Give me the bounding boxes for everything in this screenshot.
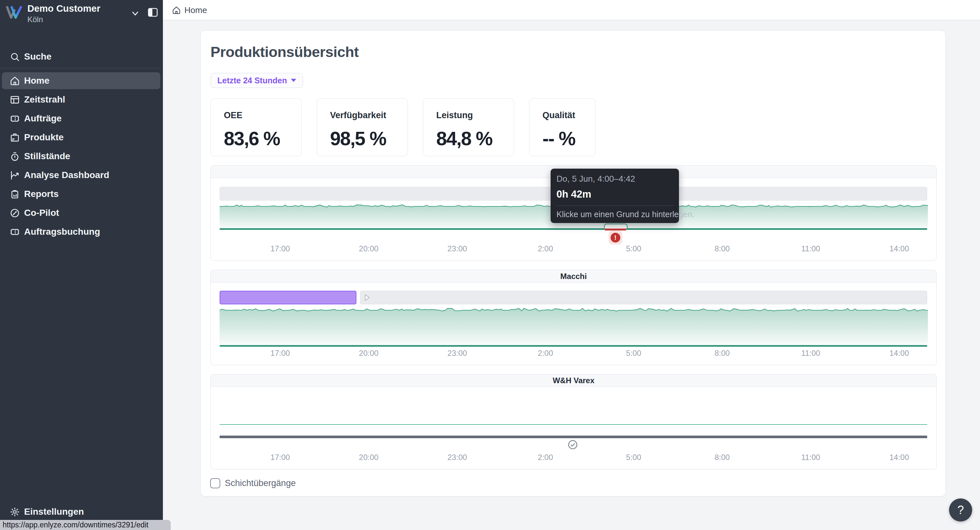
tooltip-time-range: Do, 5 Jun, 4:00–4:42 <box>557 174 673 184</box>
machine-chart-macchi: Macchi 17:0020:0023:002:005:008:0011:001… <box>210 270 937 365</box>
sidebar-item-stillst-nde[interactable]: Stillstände <box>2 148 160 165</box>
org-location: Köln <box>27 15 43 24</box>
kpi-card-oee: OEE 83,6 % <box>210 98 302 156</box>
compass-icon <box>10 208 20 218</box>
search-icon <box>10 52 20 62</box>
machine-name: Macchi <box>560 272 587 281</box>
production-overview-card: Produktionsübersicht Letzte 24 Stunden O… <box>200 30 946 497</box>
ticket-icon <box>10 114 20 124</box>
x-axis-tick: 8:00 <box>714 244 730 253</box>
sidebar-item-analyse-dashboard[interactable]: Analyse Dashboard <box>2 167 160 184</box>
x-axis-tick: 11:00 <box>801 244 820 253</box>
x-axis-tick: 2:00 <box>538 244 553 253</box>
x-axis-tick: 20:00 <box>359 349 379 358</box>
caret-down-icon <box>291 79 296 82</box>
throughput-sparkline <box>220 306 928 347</box>
downtime-error-icon[interactable]: ! <box>609 231 622 244</box>
play-icon <box>362 293 372 302</box>
breadcrumb-home[interactable]: Home <box>172 0 207 20</box>
sidebar-item-einstellungen[interactable]: Einstellungen <box>2 503 160 520</box>
x-axis-tick: 17:00 <box>270 453 290 462</box>
x-axis-tick: 14:00 <box>889 244 909 253</box>
kpi-row: OEE 83,6 % Verfügbarkeit 98,5 % Leistung… <box>210 98 595 156</box>
sidebar-divider <box>0 68 161 68</box>
flat-zero-line <box>220 424 927 425</box>
chevron-down-icon[interactable] <box>130 8 140 18</box>
machine-name: W&H Varex <box>552 376 594 385</box>
x-axis-tick: 5:00 <box>626 453 641 462</box>
sidebar-item-reports[interactable]: Reports <box>2 186 160 203</box>
gear-icon <box>10 507 20 517</box>
x-axis-tick: 20:00 <box>359 244 379 253</box>
x-axis-tick: 14:00 <box>889 349 909 358</box>
x-axis-tick: 8:00 <box>714 453 730 462</box>
status-segment-offline <box>220 436 927 438</box>
sidebar-item-suche[interactable]: Suche <box>2 48 160 65</box>
sidebar-item-co-pilot[interactable]: Co-Pilot <box>2 205 160 221</box>
sidebar-collapse-icon[interactable] <box>148 7 158 17</box>
time-range-dropdown[interactable]: Letzte 24 Stunden <box>210 73 303 88</box>
tooltip-hint: Klicke um einen Grund zu hinterlegen. <box>557 209 673 219</box>
sidebar-item-auftragsbuchung[interactable]: Auftragsbuchung <box>2 223 160 240</box>
sidebar-item-auftr-ge[interactable]: Aufträge <box>2 110 160 127</box>
page-title: Produktionsübersicht <box>210 44 359 60</box>
x-axis-tick: 23:00 <box>447 244 467 253</box>
x-axis-tick: 11:00 <box>801 453 820 462</box>
tooltip-duration: 0h 42m <box>557 189 673 200</box>
status-segment-running <box>626 228 927 230</box>
time-range-value: Letzte 24 Stunden <box>217 76 287 85</box>
browser-status-url: https://app.enlyze.com/downtimes/3291/ed… <box>0 520 171 530</box>
home-icon <box>10 76 20 86</box>
x-axis-tick: 11:00 <box>801 349 820 358</box>
status-segment-running <box>220 228 605 230</box>
machine-chart-header: W&H Varex <box>211 374 936 387</box>
x-axis-tick: 23:00 <box>447 453 467 462</box>
stopwatch-icon <box>10 151 20 162</box>
org-switcher[interactable]: Demo Customer Köln <box>0 0 163 36</box>
help-button[interactable]: ? <box>949 498 972 522</box>
topbar: Home <box>163 0 980 20</box>
clipboard-icon <box>10 189 20 199</box>
package-icon <box>10 132 20 143</box>
kpi-card-leistung: Leistung 84,8 % <box>423 98 514 156</box>
x-axis-tick: 2:00 <box>538 453 553 462</box>
status-segment-running <box>220 345 927 347</box>
shift-transitions-checkbox[interactable] <box>210 478 220 488</box>
timeline-icon <box>10 95 20 105</box>
ticket-icon <box>10 227 20 237</box>
order-bar[interactable] <box>220 291 356 305</box>
sidebar-item-home[interactable]: Home <box>2 72 160 89</box>
sidebar-item-produkte[interactable]: Produkte <box>2 129 160 146</box>
x-axis-tick: 17:00 <box>270 349 290 358</box>
sidebar-item-zeitstrahl[interactable]: Zeitstrahl <box>2 91 160 108</box>
x-axis-tick: 14:00 <box>889 453 909 462</box>
downtime-hover-notch <box>604 224 627 229</box>
no-order-track[interactable] <box>360 291 927 305</box>
enlyze-logo-icon <box>5 5 24 22</box>
downtime-tooltip: Do, 5 Jun, 4:00–4:42 0h 42m Klicke um ei… <box>550 169 679 223</box>
machine-chart-w-h-varex: W&H Varex 17:0020:0023:002:005:008:0011:… <box>210 374 937 470</box>
x-axis-tick: 20:00 <box>359 453 379 462</box>
kpi-card-qualit-t: Qualität -- % <box>529 98 595 156</box>
shift-transitions-label: Schichtübergänge <box>225 478 296 488</box>
x-axis-tick: 8:00 <box>714 349 730 358</box>
check-circle-icon[interactable] <box>568 440 578 450</box>
x-axis-tick: 5:00 <box>626 349 641 358</box>
sidebar-item-label: Einstellungen <box>24 506 84 517</box>
app-root: Demo Customer Köln Suche Home Zeitstrahl… <box>0 0 980 530</box>
x-axis-tick: 2:00 <box>538 349 553 358</box>
chart-icon <box>10 170 20 180</box>
shift-transitions-toggle[interactable]: Schichtübergänge <box>210 478 296 488</box>
x-axis-tick: 23:00 <box>447 349 467 358</box>
machine-chart-header: Macchi <box>211 270 936 282</box>
sidebar: Demo Customer Köln Suche Home Zeitstrahl… <box>0 0 163 530</box>
org-name: Demo Customer <box>27 3 100 14</box>
x-axis-tick: 17:00 <box>270 244 290 253</box>
home-icon <box>172 6 181 15</box>
tooltip-divider <box>556 205 674 206</box>
kpi-card-verf-gbarkeit: Verfügbarkeit 98,5 % <box>317 98 408 156</box>
breadcrumb-label: Home <box>185 5 207 15</box>
x-axis-tick: 5:00 <box>626 244 641 253</box>
